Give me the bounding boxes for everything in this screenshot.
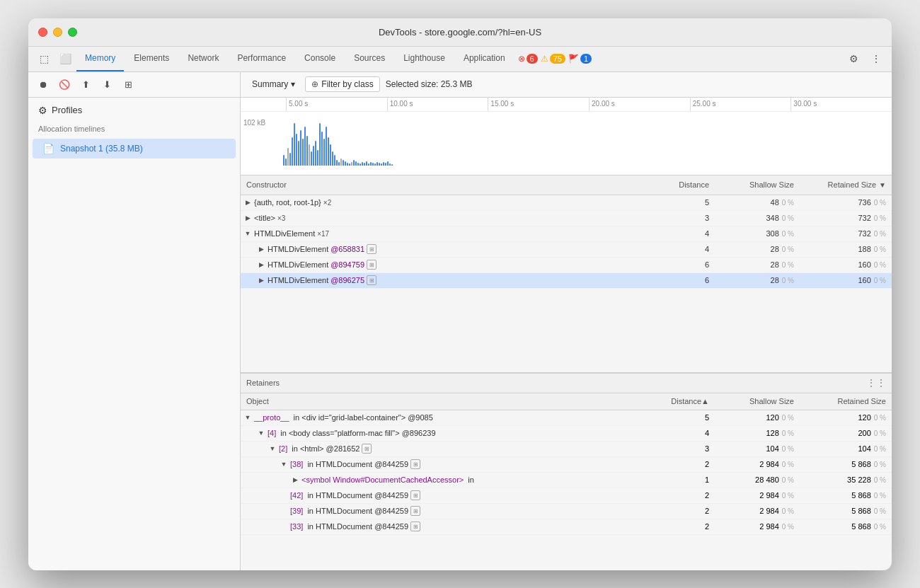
chart-bar[interactable]	[381, 163, 382, 166]
chart-bar[interactable]	[321, 132, 323, 166]
tab-memory[interactable]: Memory	[76, 46, 124, 71]
col-shallow-header[interactable]: Shallow Size	[715, 180, 800, 189]
chart-bar[interactable]	[317, 150, 318, 166]
chart-bar[interactable]	[304, 127, 306, 166]
chart-bar[interactable]	[328, 137, 329, 166]
chart-bar[interactable]	[315, 141, 316, 166]
col-distance-header[interactable]: Distance	[658, 180, 715, 189]
chart-bar[interactable]	[385, 163, 386, 166]
clear-button[interactable]: 🚫	[55, 75, 74, 93]
snapshot-item[interactable]: 📄 Snapshot 1 (35.8 MB)	[33, 139, 236, 158]
retainer-row[interactable]: ▶ <symbol Window#DocumentCachedAccessor>…	[241, 473, 892, 488]
chart-bar[interactable]	[296, 134, 297, 166]
chart-bar[interactable]	[347, 163, 348, 166]
inspect-icon[interactable]: ⬜	[55, 49, 75, 69]
ret-col-retained-header[interactable]: Retained Size	[800, 397, 892, 405]
ret-col-object-header[interactable]: Object	[241, 397, 658, 405]
table-row[interactable]: ▶ <title> ×3 3 3480 % 7320 %	[241, 211, 892, 226]
ret-col-distance-header[interactable]: Distance▲	[658, 397, 715, 405]
chart-bar[interactable]	[332, 151, 333, 166]
link-icon[interactable]: ⊞	[410, 506, 420, 516]
table-row[interactable]: ▶ HTMLDivElement @658831 ⊞ 4 280 % 1880 …	[241, 242, 892, 258]
retainer-row[interactable]: ▼ [2] in <html> @281652 ⊞ 3 1040 % 1040 …	[241, 442, 892, 457]
retainer-row[interactable]: [39] in HTMLDocument @844259 ⊞ 2 2 9840 …	[241, 504, 892, 519]
tab-performance[interactable]: Performance	[229, 46, 294, 71]
link-icon[interactable]: ⊞	[410, 490, 420, 500]
tab-sources[interactable]: Sources	[345, 46, 393, 71]
chart-bar[interactable]	[334, 155, 335, 166]
settings-icon[interactable]: ⚙	[844, 49, 863, 69]
profiles-settings-small-icon[interactable]: ⚙	[38, 105, 47, 116]
tab-elements[interactable]: Elements	[125, 46, 178, 71]
chart-bar[interactable]	[300, 130, 301, 166]
record-button[interactable]: ⏺	[34, 75, 52, 93]
expand-icon[interactable]: ▼	[280, 460, 288, 468]
profiles-settings-icon[interactable]: ⊞	[119, 75, 137, 93]
expand-icon[interactable]: ▶	[243, 198, 252, 207]
retainers-menu-icon[interactable]: ⋮⋮	[866, 377, 886, 388]
chart-bar[interactable]	[323, 139, 325, 166]
link-icon[interactable]: ⊞	[367, 275, 376, 285]
chart-bar[interactable]	[287, 148, 289, 166]
summary-dropdown[interactable]: Summary ▾	[248, 77, 299, 91]
chart-bar[interactable]	[302, 139, 304, 166]
link-icon[interactable]: ⊞	[410, 459, 420, 469]
timeline-area[interactable]: 5.00 s 10.00 s 15.00 s 20.00 s 25.00 s 3…	[241, 98, 892, 175]
expand-icon[interactable]: ▼	[243, 413, 252, 422]
tab-network[interactable]: Network	[179, 46, 227, 71]
retainer-row[interactable]: ▼ [4] in <body class="platform-mac fill"…	[241, 426, 892, 442]
chart-bar[interactable]	[345, 161, 346, 166]
link-icon[interactable]: ⊞	[362, 444, 372, 454]
table-row[interactable]: ▶ {auth, root, root-1p} ×2 5 480 % 7360 …	[241, 195, 892, 211]
chart-bar[interactable]	[355, 161, 357, 166]
minimize-button[interactable]	[53, 28, 62, 37]
expand-icon[interactable]: ▶	[257, 260, 265, 269]
tab-lighthouse[interactable]: Lighthouse	[395, 46, 454, 71]
expand-icon[interactable]: ▶	[243, 214, 252, 222]
chart-bar[interactable]	[370, 162, 372, 166]
chart-bar[interactable]	[368, 163, 369, 166]
chart-bar[interactable]	[351, 162, 352, 166]
chart-bar[interactable]	[306, 136, 308, 166]
col-retained-header[interactable]: Retained Size ▼	[800, 180, 892, 189]
retainer-row[interactable]: [33] in HTMLDocument @844259 ⊞ 2 2 9840 …	[241, 519, 892, 535]
retainer-row[interactable]: ▼ __proto__ in <div id="grid-label-conta…	[241, 410, 892, 426]
chart-bar[interactable]	[309, 144, 310, 166]
chart-bar[interactable]	[383, 162, 384, 166]
chart-bar[interactable]	[357, 163, 359, 166]
table-row[interactable]: ▼ HTMLDivElement ×17 4 3080 % 7320 %	[241, 226, 892, 242]
chart-bar[interactable]	[338, 162, 340, 166]
link-icon[interactable]: ⊞	[367, 244, 376, 254]
chart-bar[interactable]	[311, 151, 312, 166]
chart-bar[interactable]	[330, 144, 331, 166]
chart-bar[interactable]	[336, 160, 338, 166]
chart-bar[interactable]	[292, 137, 293, 166]
retainer-row[interactable]: [42] in HTMLDocument @844259 ⊞ 2 2 9840 …	[241, 488, 892, 504]
chart-bar[interactable]	[289, 153, 291, 166]
expand-icon[interactable]: ▶	[291, 475, 299, 484]
expand-icon[interactable]: ▼	[268, 444, 277, 453]
chart-bar[interactable]	[353, 160, 355, 166]
close-button[interactable]	[38, 28, 47, 37]
retainer-row[interactable]: ▼ [38] in HTMLDocument @844259 ⊞ 2 2 984…	[241, 457, 892, 473]
ret-col-shallow-header[interactable]: Shallow Size	[715, 397, 800, 405]
chart-bar[interactable]	[376, 162, 378, 166]
chart-bar[interactable]	[340, 158, 342, 166]
tab-application[interactable]: Application	[455, 46, 514, 71]
upload-button[interactable]: ⬆	[76, 75, 95, 93]
chart-bar[interactable]	[391, 164, 393, 166]
chart-bar[interactable]	[387, 161, 389, 166]
chart-bar[interactable]	[285, 158, 287, 166]
chart-bar[interactable]	[364, 163, 365, 166]
link-icon[interactable]: ⊞	[410, 521, 420, 531]
download-button[interactable]: ⬇	[98, 75, 116, 93]
chart-bar[interactable]	[283, 155, 284, 166]
expand-icon[interactable]: ▼	[257, 429, 265, 437]
chart-bar[interactable]	[372, 163, 374, 166]
tab-console[interactable]: Console	[296, 46, 344, 71]
chart-bar[interactable]	[294, 123, 295, 166]
chart-bar[interactable]	[319, 123, 321, 166]
expand-icon[interactable]: ▼	[243, 229, 252, 238]
filter-by-class-button[interactable]: ⊕ Filter by class	[305, 76, 379, 92]
chart-bars[interactable]	[283, 112, 892, 168]
